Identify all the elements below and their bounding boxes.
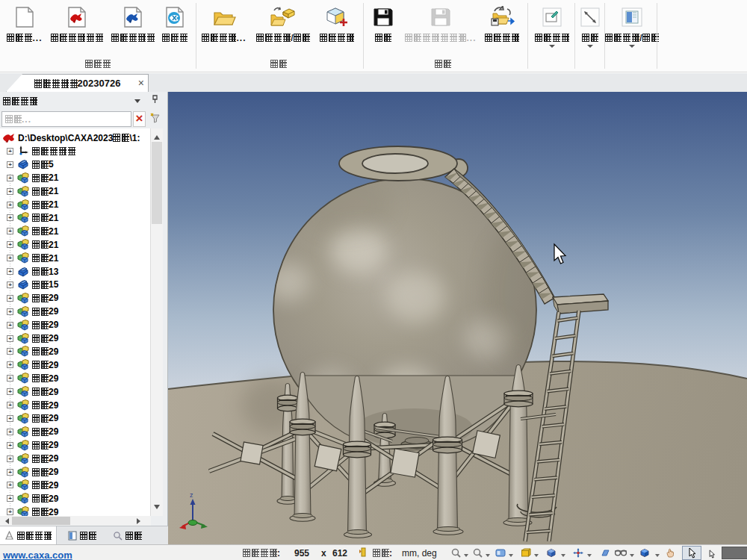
svg-text:z: z <box>190 491 193 499</box>
